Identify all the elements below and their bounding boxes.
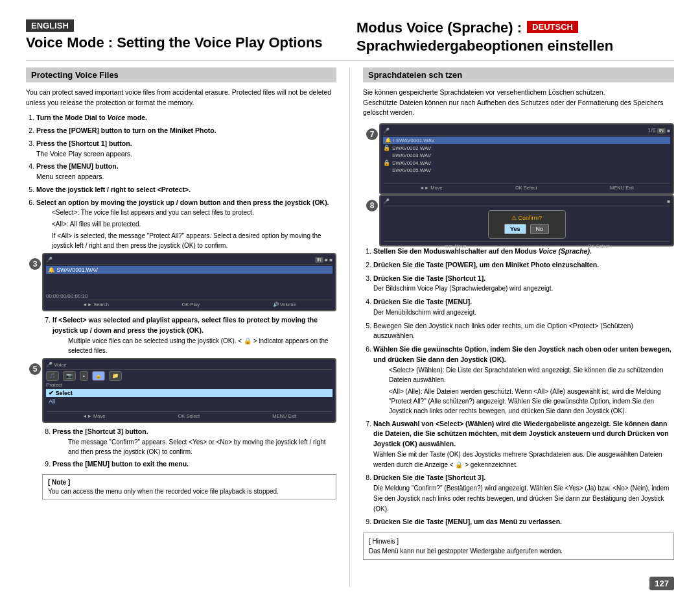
screen5-select: ✔ Select <box>46 389 332 397</box>
step-num-7: 7 <box>366 128 378 140</box>
screen5-protect: Protect <box>46 382 332 388</box>
step-7: If <Select> was selected and playlist ap… <box>52 315 336 355</box>
screen3-file: 🔔 SWAV0001.WAV <box>46 266 332 274</box>
de-step-3: Drücken Sie die Taste [Shortcut 1]. Der … <box>373 274 674 294</box>
screen3-top: 🎤 IN ■ ■ <box>46 257 332 265</box>
de-step-8: Drücken Sie die Taste [Shortcut 3]. Die … <box>373 473 674 514</box>
step-1: Turn the Mode Dial to Voice mode. <box>36 113 336 123</box>
device-screen-8: 8 🎤 ■ ⚠ Confirm? Yes No ◄► Move <box>379 195 674 246</box>
note-box: [ Note ] You can access the menu only wh… <box>42 474 336 499</box>
confirm-dialog: ⚠ Confirm? Yes No <box>488 210 566 239</box>
screen3-indicators: IN ■ ■ <box>315 257 332 263</box>
right-steps: Stellen Sie den Moduswahlschalter auf de… <box>363 246 674 560</box>
de-step-6: Wählen Sie die gewünschte Option, indem … <box>373 344 674 416</box>
confirm-warning: ⚠ Confirm? <box>495 215 559 221</box>
device-screen-7: 7 🎤 1/6 IN ■ 🔔 ! SWAV0001.WAV 🔒 SWAV0002… <box>379 123 674 195</box>
deutsch-title-main: Modus Voice (Sprache) : <box>356 19 522 36</box>
screen8-bottom: ◄► Move OK Select <box>383 241 670 249</box>
screen5-all: All <box>49 398 332 405</box>
note-text: You can access the menu only when the re… <box>48 488 279 495</box>
deutsch-title-block: Modus Voice (Sprache) : DEUTSCH Sprachwi… <box>356 19 674 55</box>
screen5-menu: 🎵 📷 • 🔒 📁 <box>46 371 332 381</box>
left-column: Protecting Voice Files You can protect s… <box>26 67 350 587</box>
confirm-buttons: Yes No <box>495 224 559 234</box>
hinweis-title: [ Hinweis ] <box>369 536 668 546</box>
main-content: Protecting Voice Files You can protect s… <box>26 67 674 587</box>
right-column: Sprachdateien sch tzen Sie können gespei… <box>350 67 674 587</box>
screen7-top: 🎤 1/6 IN ■ <box>383 127 670 136</box>
step-num-8: 8 <box>366 200 378 211</box>
page: ENGLISH Voice Mode : Setting the Voice P… <box>0 0 700 600</box>
file-row-2: 🔒 SWAV0002.WAV <box>383 144 670 152</box>
step-6: Select an option by moving the joystick … <box>36 198 336 251</box>
step-num-3: 3 <box>29 258 41 270</box>
right-section-title: Sprachdateien sch tzen <box>363 67 674 82</box>
step-num-5: 5 <box>29 363 41 375</box>
screens-3-5: 3 🎤 IN ■ ■ 🔔 SWAV0001.WAV 00:00:00/00:00… <box>26 253 336 499</box>
left-steps: Turn the Mode Dial to Voice mode. Press … <box>26 113 336 250</box>
device-screen-3: 3 🎤 IN ■ ■ 🔔 SWAV0001.WAV 00:00:00/00:00… <box>42 253 336 311</box>
right-intro: Sie können gespeicherte Sprachdateien vo… <box>363 88 674 118</box>
steps-continued: If <Select> was selected and playlist ap… <box>42 315 336 355</box>
right-header: Modus Voice (Sprache) : DEUTSCH Sprachwi… <box>350 19 674 56</box>
steps-8-9: Press the [Shortcut 3] button. The messa… <box>42 427 336 470</box>
step-8: Press the [Shortcut 3] button. The messa… <box>52 427 336 457</box>
hinweis-text: Das Menü kann nur bei gestoppter Wiederg… <box>369 547 563 555</box>
deutsch-title-sub: Sprachwiedergabeoptionen einstellen <box>356 38 674 54</box>
deutsch-badge: DEUTSCH <box>527 21 578 33</box>
de-step-2: Drücken Sie die Taste [POWER], um den Mi… <box>373 260 674 270</box>
screen7-bottom: ◄► Move OK Select MENU Exit <box>383 183 670 191</box>
english-badge: ENGLISH <box>26 19 74 32</box>
left-intro: You can protect saved important voice fi… <box>26 88 336 108</box>
left-header: ENGLISH Voice Mode : Setting the Voice P… <box>26 19 350 51</box>
screen3-bottom: ◄► Search OK Play 🔊 Volume <box>46 300 332 307</box>
note-title: [ Note ] <box>48 479 331 486</box>
step-4: Press the [MENU] button. Menu screen app… <box>36 162 336 182</box>
file-row-3: SWAV0003.WAV <box>383 152 670 159</box>
de-step-4: Drücken Sie die Taste [MENU]. Der Menübi… <box>373 297 674 318</box>
hinweis-box: [ Hinweis ] Das Menü kann nur bei gestop… <box>363 533 674 560</box>
page-number: 127 <box>649 577 674 590</box>
screen8-top: 🎤 ■ <box>383 198 670 206</box>
no-button[interactable]: No <box>530 224 550 234</box>
deutsch-badge-row: Modus Voice (Sprache) : DEUTSCH Sprachwi… <box>356 19 674 55</box>
de-step-7: Nach Auswahl von <Select> (Wählen) wird … <box>373 419 674 470</box>
screen5-bottom: ◄► Move OK Select MENU Exit <box>46 411 332 419</box>
de-step-5: Bewegen Sie den Joystick nach links oder… <box>373 321 674 342</box>
file-row-4: 🔒 SWAV0004.WAV <box>383 159 670 167</box>
screens-7-8: 7 🎤 1/6 IN ■ 🔔 ! SWAV0001.WAV 🔒 SWAV0002… <box>363 123 674 246</box>
screen3-mic: 🎤 <box>46 257 52 263</box>
left-section-title: Protecting Voice Files <box>26 67 336 82</box>
screen5-top: 🎤 Voice <box>46 362 332 370</box>
de-step-9: Drücken Sie die Taste [MENU], um das Men… <box>373 517 674 527</box>
screen3-time: 00:00:00/00:00:10 <box>46 293 332 300</box>
device-screen-5: 5 🎤 Voice 🎵 📷 • 🔒 📁 Protect ✔ Select All <box>42 358 336 423</box>
file-row-5: SWAV0005.WAV <box>383 167 670 174</box>
step-9: Press the [MENU] button to exit the menu… <box>52 459 336 470</box>
step-3: Press the [Shortcut 1] button. The Voice… <box>36 139 336 160</box>
header: ENGLISH Voice Mode : Setting the Voice P… <box>26 19 674 61</box>
english-title: Voice Mode : Setting the Voice Play Opti… <box>26 34 344 51</box>
file-row-1: 🔔 ! SWAV0001.WAV <box>383 137 670 144</box>
step-2: Press the [POWER] button to turn on the … <box>36 126 336 136</box>
step-5: Move the joystick left / right to select… <box>36 185 336 195</box>
screen5-voice: 🎤 Voice <box>46 362 67 368</box>
yes-button[interactable]: Yes <box>504 224 526 234</box>
